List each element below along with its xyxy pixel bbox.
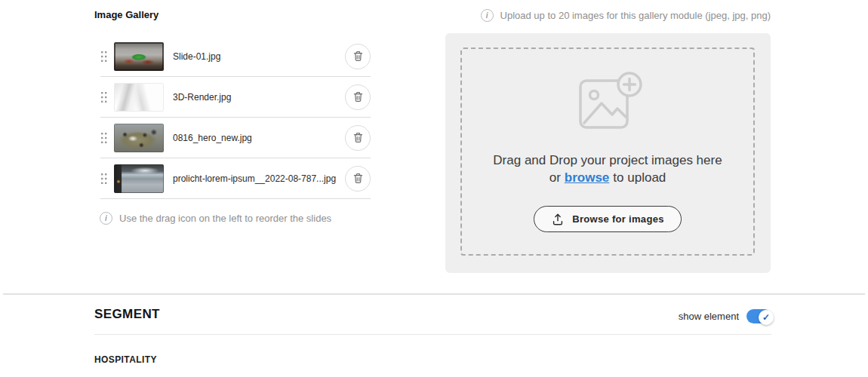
trash-icon <box>352 90 365 103</box>
image-thumbnail <box>114 164 164 193</box>
dropzone-line2-suffix: to upload <box>613 170 666 185</box>
drag-handle-icon[interactable] <box>100 132 108 144</box>
dropzone-line2: orbrowseto upload <box>493 169 722 186</box>
segment-category: HOSPITALITY <box>94 354 157 365</box>
trash-icon <box>352 172 365 185</box>
delete-image-button[interactable] <box>345 44 371 69</box>
show-element-control: show element ✓ <box>679 309 771 323</box>
browse-link[interactable]: browse <box>565 170 610 185</box>
image-add-icon <box>568 69 647 138</box>
drag-handle-icon[interactable] <box>100 51 108 63</box>
show-element-label: show element <box>679 311 739 322</box>
image-thumbnail <box>114 83 164 112</box>
dropzone-line2-prefix: or <box>549 170 561 185</box>
segment-divider <box>94 334 771 335</box>
drag-handle-icon[interactable] <box>100 91 108 103</box>
browse-button-label: Browse for images <box>572 213 663 225</box>
section-divider <box>3 293 865 295</box>
info-icon: i <box>100 212 112 225</box>
image-filename: Slide-01.jpg <box>173 51 345 62</box>
image-thumbnail <box>114 42 164 71</box>
trash-icon <box>352 131 365 144</box>
upload-limit-note: i Upload up to 20 images for this galler… <box>481 9 771 22</box>
upload-limit-text: Upload up to 20 images for this gallery … <box>500 10 771 21</box>
page-title: Image Gallery <box>94 9 159 20</box>
trash-icon <box>352 50 365 63</box>
dropzone-instructions: Drag and Drop your project images here o… <box>493 152 722 186</box>
gallery-row: Slide-01.jpg <box>100 36 371 77</box>
image-filename: prolicht-lorem-ipsum__2022-08-787...jpg <box>173 173 345 184</box>
dropzone-line1: Drag and Drop your project images here <box>493 152 722 169</box>
upload-icon <box>551 213 565 226</box>
delete-image-button[interactable] <box>345 125 371 151</box>
check-icon: ✓ <box>762 313 770 322</box>
reorder-hint-text: Use the drag icon on the left to reorder… <box>119 213 331 224</box>
image-dropzone[interactable]: Drag and Drop your project images here o… <box>460 48 755 256</box>
drag-handle-icon[interactable] <box>100 173 108 185</box>
show-element-toggle[interactable]: ✓ <box>746 309 771 323</box>
gallery-row: 0816_hero_new.jpg <box>100 118 371 158</box>
segment-heading: SEGMENT <box>94 307 160 322</box>
browse-for-images-button[interactable]: Browse for images <box>534 206 681 232</box>
gallery-list: Slide-01.jpg 3D-Render.jpg 0816_hero_new… <box>100 36 371 199</box>
image-filename: 0816_hero_new.jpg <box>173 133 345 143</box>
image-filename: 3D-Render.jpg <box>173 92 345 103</box>
image-thumbnail <box>114 124 164 152</box>
gallery-row: 3D-Render.jpg <box>100 77 371 118</box>
delete-image-button[interactable] <box>345 84 371 110</box>
page: Image Gallery i Upload up to 20 images f… <box>0 0 868 377</box>
info-icon: i <box>481 9 494 22</box>
gallery-row: prolicht-lorem-ipsum__2022-08-787...jpg <box>100 158 371 199</box>
delete-image-button[interactable] <box>345 166 371 192</box>
reorder-hint: i Use the drag icon on the left to reord… <box>100 212 331 225</box>
upload-panel: Drag and Drop your project images here o… <box>445 33 771 273</box>
toggle-knob: ✓ <box>759 310 774 325</box>
